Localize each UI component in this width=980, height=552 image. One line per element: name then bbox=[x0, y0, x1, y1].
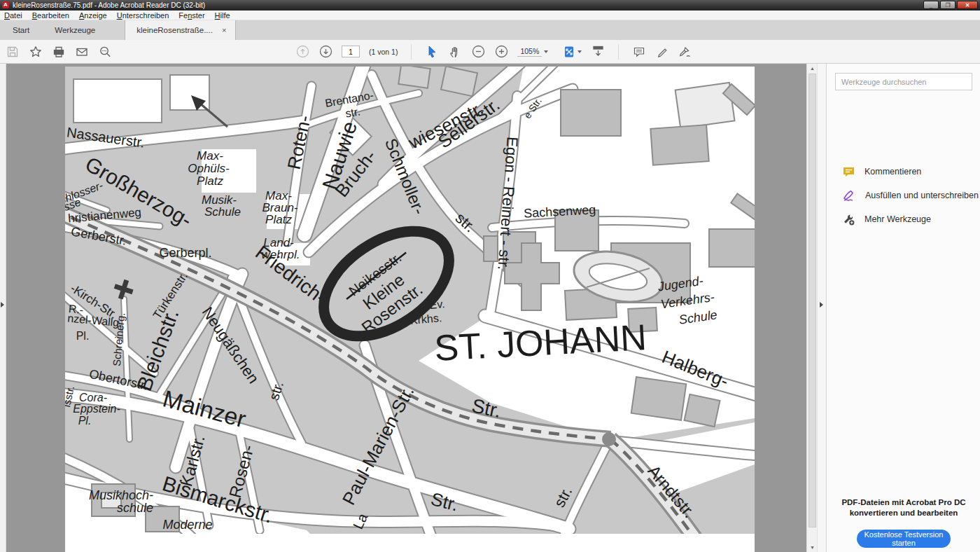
sign-tool-icon[interactable] bbox=[678, 45, 692, 59]
title-bar: A kleineRosenstraße.75.pdf - Adobe Acrob… bbox=[0, 0, 980, 11]
email-icon[interactable] bbox=[75, 45, 89, 59]
next-page-icon[interactable] bbox=[318, 45, 332, 59]
save-icon[interactable] bbox=[6, 45, 20, 59]
map-label: Moderne bbox=[162, 518, 212, 532]
page-count-label: (1 von 1) bbox=[369, 48, 398, 56]
chevron-down-icon bbox=[578, 50, 582, 53]
map-label: Platz bbox=[265, 213, 292, 226]
previous-page-icon[interactable] bbox=[295, 45, 309, 59]
tab-start[interactable]: Start bbox=[0, 20, 42, 40]
acrobat-pro-promo: PDF-Dateien mit Acrobat Pro DC konvertie… bbox=[827, 497, 980, 518]
menu-bar: Datei Bearbeiten Anzeige Unterschreiben … bbox=[0, 11, 980, 20]
tab-bar: Start Werkzeuge kleineRosenstraße.... × bbox=[0, 20, 980, 40]
tab-document[interactable]: kleineRosenstraße.... × bbox=[125, 20, 236, 40]
tool-item-label: Mehr Werkzeuge bbox=[864, 214, 931, 224]
collapse-panel-icon[interactable] bbox=[820, 302, 823, 308]
search-tools-input[interactable] bbox=[835, 73, 972, 90]
zoom-level-dropdown[interactable]: 105% bbox=[517, 46, 548, 57]
tool-item-kommentieren[interactable]: Kommentieren bbox=[842, 165, 921, 178]
main-toolbar: (1 von 1) 105% bbox=[0, 40, 980, 64]
map-label: Cora- bbox=[79, 392, 107, 403]
free-trial-button[interactable]: Kostenlose Testversion starten bbox=[857, 530, 951, 548]
minimize-button[interactable]: _ bbox=[923, 1, 939, 9]
map-label: Max- bbox=[197, 149, 223, 163]
menu-datei[interactable]: Datei bbox=[4, 11, 22, 20]
fill-sign-icon bbox=[842, 189, 856, 202]
hand-tool-icon[interactable] bbox=[448, 45, 462, 59]
promo-line2: konvertieren und bearbeiten bbox=[827, 508, 980, 518]
close-button[interactable]: ✕ bbox=[957, 1, 978, 9]
restore-button[interactable]: ❐ bbox=[940, 1, 955, 9]
fit-page-dropdown[interactable] bbox=[563, 46, 582, 58]
menu-hilfe[interactable]: Hilfe bbox=[215, 11, 230, 20]
tab-werkzeuge[interactable]: Werkzeuge bbox=[42, 20, 108, 40]
menu-bearbeiten[interactable]: Bearbeiten bbox=[32, 11, 69, 20]
expand-nav-icon[interactable] bbox=[1, 302, 4, 308]
acrobat-app-icon: A bbox=[2, 1, 9, 8]
pdf-page[interactable]: Nassauerstr.NauwieSeilerstr.e Str.Brenta… bbox=[65, 67, 755, 552]
more-tools-icon bbox=[842, 213, 855, 226]
map-label: Platz bbox=[197, 174, 223, 188]
scrollbar-thumb[interactable] bbox=[808, 74, 816, 527]
menu-fenster[interactable]: Fenster bbox=[178, 11, 204, 20]
navigation-pane-strip[interactable] bbox=[0, 64, 6, 552]
window-title: kleineRosenstraße.75.pdf - Adobe Acrobat… bbox=[13, 1, 205, 9]
menu-unterschreiben[interactable]: Unterschreiben bbox=[117, 11, 169, 20]
scroll-mode-icon[interactable] bbox=[591, 45, 605, 59]
tool-item-label: Ausfüllen und unterschreiben bbox=[865, 191, 979, 200]
tool-item-ausfuellen[interactable]: Ausfüllen und unterschreiben bbox=[842, 189, 979, 202]
menu-anzeige[interactable]: Anzeige bbox=[79, 11, 107, 20]
highlight-tool-icon[interactable] bbox=[655, 45, 669, 59]
street-map: Nassauerstr.NauwieSeilerstr.e Str.Brenta… bbox=[65, 67, 755, 534]
map-label: Pl. bbox=[78, 415, 92, 427]
roundabout-dot bbox=[602, 432, 616, 446]
tools-panel: Kommentieren Ausfüllen und unterschreibe… bbox=[826, 64, 980, 552]
search-icon[interactable] bbox=[98, 45, 112, 59]
page-number-input[interactable] bbox=[342, 46, 360, 57]
tool-item-mehr-werkzeuge[interactable]: Mehr Werkzeuge bbox=[842, 213, 931, 226]
map-label: Pl. bbox=[76, 330, 90, 342]
scroll-up-icon[interactable]: ▲ bbox=[810, 66, 815, 71]
zoom-out-icon[interactable] bbox=[471, 45, 485, 59]
tool-item-label: Kommentieren bbox=[864, 167, 921, 177]
comment-icon bbox=[842, 165, 855, 178]
map-label: Musikhoch- bbox=[89, 488, 153, 502]
select-tool-icon[interactable] bbox=[425, 45, 439, 59]
tools-panel-divider[interactable] bbox=[817, 64, 826, 552]
chevron-down-icon bbox=[544, 50, 548, 53]
vertical-scrollbar[interactable]: ▲ ▼ bbox=[806, 64, 817, 552]
document-canvas[interactable]: Nassauerstr.NauwieSeilerstr.e Str.Brenta… bbox=[0, 64, 806, 552]
tab-close-icon[interactable]: × bbox=[220, 26, 228, 34]
promo-line1: PDF-Dateien mit Acrobat Pro DC bbox=[827, 497, 980, 508]
star-icon[interactable] bbox=[29, 45, 43, 59]
comment-tool-icon[interactable] bbox=[632, 45, 646, 59]
map-label: Eppstein- bbox=[73, 403, 120, 415]
map-label: schule bbox=[117, 501, 153, 515]
zoom-in-icon[interactable] bbox=[494, 45, 508, 59]
scroll-down-icon[interactable]: ▼ bbox=[810, 545, 815, 550]
map-label: Gerberpl. bbox=[159, 246, 211, 260]
print-icon[interactable] bbox=[52, 45, 66, 59]
zoom-level-value: 105% bbox=[517, 46, 542, 57]
tab-document-label: kleineRosenstraße.... bbox=[136, 26, 213, 34]
map-label: Ophüls- bbox=[188, 162, 230, 175]
map-label: Schule bbox=[204, 205, 241, 219]
